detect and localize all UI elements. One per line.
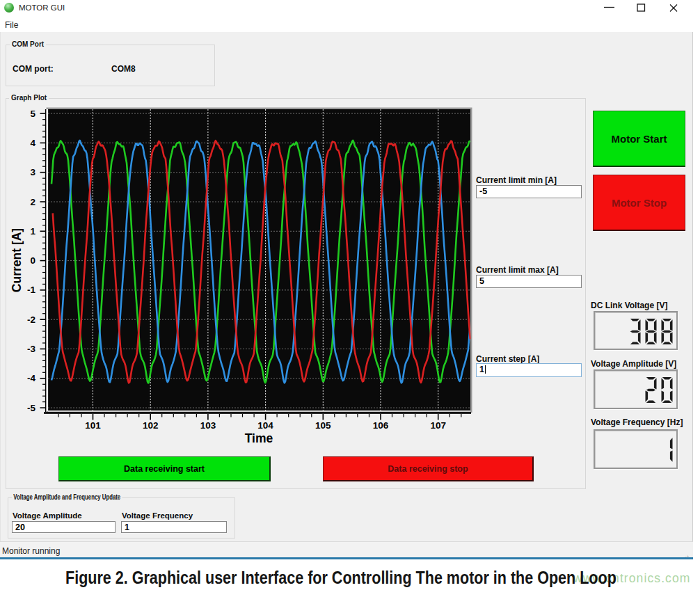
svg-text:104: 104 bbox=[257, 420, 273, 431]
svg-text:3: 3 bbox=[30, 167, 35, 177]
svg-text:105: 105 bbox=[315, 420, 331, 431]
svg-text:101: 101 bbox=[85, 420, 101, 431]
svg-text:Current [A]: Current [A] bbox=[10, 228, 24, 292]
svg-text:102: 102 bbox=[143, 420, 159, 431]
svg-text:5: 5 bbox=[30, 109, 35, 119]
svg-text:-5: -5 bbox=[27, 403, 35, 413]
svg-text:1: 1 bbox=[30, 226, 35, 237]
svg-text:0: 0 bbox=[30, 255, 35, 266]
svg-text:2: 2 bbox=[30, 197, 35, 207]
svg-text:106: 106 bbox=[373, 420, 389, 431]
svg-text:Time: Time bbox=[245, 431, 273, 445]
svg-text:4: 4 bbox=[30, 138, 35, 148]
svg-text:107: 107 bbox=[430, 420, 446, 431]
svg-text:-1: -1 bbox=[27, 285, 35, 295]
svg-text:-2: -2 bbox=[27, 314, 35, 325]
svg-text:-3: -3 bbox=[27, 344, 35, 354]
svg-text:103: 103 bbox=[200, 420, 216, 431]
svg-text:-4: -4 bbox=[27, 373, 35, 383]
